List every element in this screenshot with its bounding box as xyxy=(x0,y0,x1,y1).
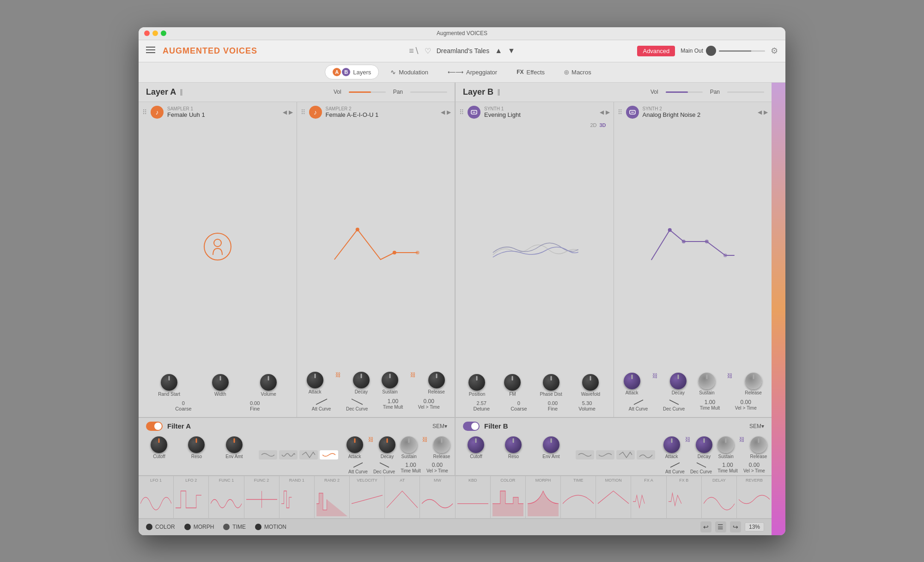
wave-b-sine[interactable] xyxy=(576,450,594,459)
layer-a-vol-slider[interactable] xyxy=(349,91,386,93)
chain-sustain-release[interactable]: ⛓ xyxy=(410,372,416,394)
rand-start-knob[interactable] xyxy=(161,374,177,391)
filter-a-toggle[interactable] xyxy=(146,422,163,431)
filter-a-type[interactable]: SEM▾ xyxy=(432,423,447,429)
mod-source-fxa[interactable]: FX A xyxy=(631,476,666,518)
synth1-drag[interactable]: ⠿ xyxy=(459,109,464,116)
chain-b-sustain-release[interactable]: ⛓ xyxy=(727,373,733,395)
chain-b-attack-decay[interactable]: ⛓ xyxy=(652,373,658,395)
synth1-prev[interactable]: ◀ xyxy=(600,109,604,115)
filter-b-chain1[interactable]: ⛓ xyxy=(685,436,691,459)
sampler2-arrows[interactable]: ◀ ▶ xyxy=(441,109,451,115)
mod-source-fxb[interactable]: FX B xyxy=(667,476,702,518)
filter-decay-b-knob[interactable] xyxy=(696,436,712,453)
wave-sine[interactable] xyxy=(259,450,277,459)
time-status[interactable]: TIME xyxy=(223,524,246,530)
layer-b-pan-slider[interactable] xyxy=(727,91,764,93)
next-preset[interactable]: ▼ xyxy=(508,47,515,55)
color-status[interactable]: COLOR xyxy=(146,524,175,530)
layer-b-vol-slider[interactable] xyxy=(666,91,703,93)
sampler1-prev[interactable]: ◀ xyxy=(283,109,287,115)
sampler1-next[interactable]: ▶ xyxy=(289,109,293,115)
phase-dist-knob[interactable] xyxy=(543,374,559,391)
wave-custom1[interactable] xyxy=(279,450,298,459)
mod-source-lfo2[interactable]: LFO 2 xyxy=(174,476,209,518)
synth1-next[interactable]: ▶ xyxy=(606,109,610,115)
filter-b-chain2[interactable]: ⛓ xyxy=(739,436,745,459)
tab-effects[interactable]: FX Effects xyxy=(509,66,553,79)
tab-macros[interactable]: ◎ Macros xyxy=(556,66,599,79)
menu-button[interactable]: ☰ xyxy=(715,521,726,532)
reso-a-knob[interactable] xyxy=(188,436,205,453)
sustain-a-knob[interactable] xyxy=(382,372,398,388)
mod-source-mw[interactable]: MW xyxy=(420,476,455,518)
attack-a-knob[interactable] xyxy=(307,372,323,388)
filter-release-b-knob[interactable] xyxy=(750,436,767,453)
volume-a-knob[interactable] xyxy=(260,374,277,391)
wave-triangle[interactable] xyxy=(299,450,318,459)
mod-source-color[interactable]: COLOR xyxy=(491,476,526,518)
release-a-knob[interactable] xyxy=(428,372,445,388)
mod-source-rand1[interactable]: RAND 1 xyxy=(280,476,315,518)
att-curve-b-icon[interactable] xyxy=(633,399,644,405)
tab-layers[interactable]: A B Layers xyxy=(325,65,379,79)
redo-button[interactable]: ↪ xyxy=(730,521,741,532)
filter-release-a-knob[interactable] xyxy=(433,436,450,453)
mod-source-time[interactable]: TIME xyxy=(561,476,596,518)
filter-chain2[interactable]: ⛓ xyxy=(422,436,428,459)
decay-b-knob[interactable] xyxy=(670,373,687,389)
filter-attack-a-knob[interactable] xyxy=(346,436,363,453)
filter-b-type[interactable]: SEM▾ xyxy=(749,423,764,429)
volume-slider[interactable] xyxy=(719,50,765,52)
sampler1-drag[interactable]: ⠿ xyxy=(142,109,147,116)
sampler2-next[interactable]: ▶ xyxy=(447,109,451,115)
mod-source-func2[interactable]: FUNC 2 xyxy=(244,476,280,518)
layer-b-pause[interactable]: ‖ xyxy=(497,88,500,96)
motion-status[interactable]: MOTION xyxy=(255,524,286,530)
synth1-arrows[interactable]: ◀ ▶ xyxy=(600,109,610,115)
release-b-knob[interactable] xyxy=(745,373,762,389)
filter-decay-a-knob[interactable] xyxy=(379,436,395,453)
synth2-prev[interactable]: ◀ xyxy=(758,109,762,115)
dec-curve-b-icon[interactable] xyxy=(669,399,680,405)
mod-source-reverb[interactable]: REVERB xyxy=(737,476,772,518)
morph-status[interactable]: MORPH xyxy=(184,524,214,530)
minimize-button[interactable] xyxy=(152,30,158,36)
layer-a-pause[interactable]: ‖ xyxy=(180,88,183,96)
mod-source-kbd[interactable]: KBD xyxy=(456,476,491,518)
cutoff-b-knob[interactable] xyxy=(468,436,484,453)
mod-source-velocity[interactable]: VELOCITY xyxy=(350,476,385,518)
wavefold-knob[interactable] xyxy=(582,374,599,391)
synth2-drag[interactable]: ⠿ xyxy=(618,109,622,116)
wave-active[interactable] xyxy=(320,450,338,459)
synth2-arrows[interactable]: ◀ ▶ xyxy=(758,109,768,115)
tab-arpeggiator[interactable]: ⟵⟶ Arpeggiator xyxy=(440,66,505,79)
sampler1-arrows[interactable]: ◀ ▶ xyxy=(283,109,293,115)
3d-btn[interactable]: 3D xyxy=(599,122,606,128)
sustain-b-knob[interactable] xyxy=(699,373,715,389)
fm-knob[interactable] xyxy=(504,374,521,391)
mod-source-delay[interactable]: DELAY xyxy=(702,476,737,518)
wave-b-triangle[interactable] xyxy=(616,450,635,459)
reso-b-knob[interactable] xyxy=(505,436,522,453)
filter-chain1[interactable]: ⛓ xyxy=(368,436,374,459)
mod-source-rand2[interactable]: RAND 2 xyxy=(315,476,350,518)
wave-b-custom2[interactable] xyxy=(637,450,655,459)
advanced-button[interactable]: Advanced xyxy=(637,46,675,56)
position-knob[interactable] xyxy=(468,374,485,391)
env-amt-b-knob[interactable] xyxy=(543,436,559,453)
wave-b-custom1[interactable] xyxy=(596,450,614,459)
tab-modulation[interactable]: ∿ Modulation xyxy=(383,65,436,79)
filter-sustain-a-knob[interactable] xyxy=(401,436,417,453)
close-button[interactable] xyxy=(144,30,150,36)
cutoff-a-knob[interactable] xyxy=(151,436,167,453)
filter-b-toggle[interactable] xyxy=(463,422,480,431)
decay-a-knob[interactable] xyxy=(353,372,370,388)
filter-attack-b-knob[interactable] xyxy=(663,436,680,453)
att-curve-icon[interactable] xyxy=(315,398,328,405)
hamburger-menu[interactable] xyxy=(146,46,155,55)
env-amt-a-knob[interactable] xyxy=(226,436,243,453)
sampler2-drag[interactable]: ⠿ xyxy=(301,109,305,116)
layer-a-pan-slider[interactable] xyxy=(410,91,447,93)
heart-icon[interactable]: ♡ xyxy=(425,47,431,55)
